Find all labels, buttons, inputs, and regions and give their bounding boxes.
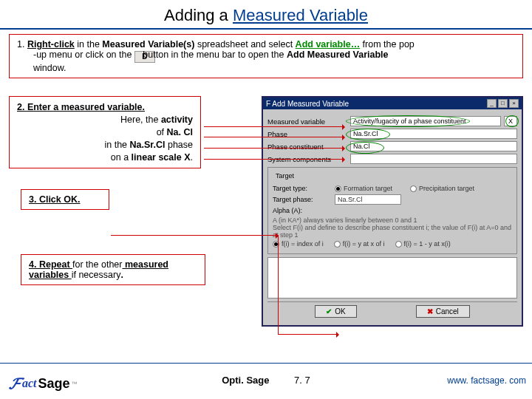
t: on a <box>111 152 132 163</box>
radio-fi-1[interactable]: f(i) = index of i <box>273 240 324 248</box>
step-1-box: 1. Right-click in the Measured Variable(… <box>9 34 523 78</box>
callout-arrow <box>204 126 344 127</box>
step-1-line2: -up menu or click on the button in the m… <box>33 50 515 63</box>
section-number: 7. 7 <box>294 375 310 386</box>
t: Na.Sr.Cl <box>130 140 166 150</box>
t: in the menu bar to open the <box>168 50 287 60</box>
label-measured-variable: Measured variable <box>267 117 347 126</box>
step-2-l5: on a linear scale X. <box>17 151 193 164</box>
label-target-type: Target type: <box>273 185 332 192</box>
t: Add Measured Variable <box>287 50 389 60</box>
t: in the <box>75 39 103 50</box>
t: f(i) = 1 - y at x(i) <box>404 240 451 248</box>
cancel-button[interactable]: ✖Cancel <box>416 305 470 318</box>
t: linear scale X <box>132 152 191 163</box>
radio-formation-target[interactable]: Formation target <box>335 185 392 192</box>
ok-label: OK <box>335 307 345 316</box>
step-2-l2: Here, the activity <box>17 114 193 126</box>
maximize-icon[interactable]: □ <box>498 99 508 108</box>
t: button <box>143 50 168 60</box>
t: phase <box>165 140 193 150</box>
t: Measured Variable(s) <box>102 39 194 50</box>
step-2-l1: 2. Enter a measured variable. <box>17 101 193 114</box>
add-measured-variable-dialog: F Add Measured Variable _ □ × Measured v… <box>262 96 523 327</box>
t: of <box>157 127 167 137</box>
callout-oval <box>346 129 390 140</box>
t: Formation target <box>344 185 392 192</box>
footer-rule <box>0 363 532 364</box>
target-group: Target Target type: Formation target Pre… <box>267 167 517 254</box>
callout-oval <box>505 115 519 127</box>
t: Precipitation target <box>419 185 474 192</box>
title-plain: Adding a <box>164 6 233 24</box>
radio-dot-icon <box>334 241 341 248</box>
radio-dot-icon <box>410 185 417 192</box>
fi-radio-row: f(i) = index of i f(i) = y at x of i f(i… <box>273 240 512 248</box>
step-1-line1: 1. Right-click in the Measured Variable(… <box>17 39 515 50</box>
step-4-box: 4. Repeat for the other measured variabl… <box>21 254 205 285</box>
t: f(i) = y at x of i <box>343 240 385 248</box>
radio-dot-icon <box>395 241 402 248</box>
x-icon: ✖ <box>427 307 433 316</box>
t: 4. Repeat <box>29 259 72 270</box>
dialog-titlebar[interactable]: F Add Measured Variable _ □ × <box>263 98 522 109</box>
preview-list <box>267 257 517 299</box>
callout-arrow <box>111 235 278 236</box>
radio-fi-3[interactable]: f(i) = 1 - y at x(i) <box>395 240 451 248</box>
radio-precipitation-target[interactable]: Precipitation target <box>410 185 474 192</box>
dialog-title-text: F Add Measured Variable <box>266 100 485 108</box>
callout-arrow <box>278 334 338 335</box>
radio-fi-2[interactable]: f(i) = y at x of i <box>334 240 385 248</box>
field-system-components[interactable] <box>350 154 517 164</box>
hint-select-fi: Select F(i) and define to describe phase… <box>273 224 512 239</box>
t: . <box>191 152 193 163</box>
t: if necessary <box>72 270 121 280</box>
t: 1. <box>17 39 27 50</box>
label-phase-constituent: Phase constituent <box>267 143 347 151</box>
step-1-line3: window. <box>33 63 515 73</box>
t: f(i) = index of i <box>282 240 324 248</box>
target-group-title: Target <box>273 172 297 180</box>
t: . <box>120 270 123 280</box>
t: in the <box>104 140 129 150</box>
page-title: Adding a Measured Variable <box>0 0 532 28</box>
cancel-label: Cancel <box>436 307 459 316</box>
step-2-box: 2. Enter a measured variable. Here, the … <box>9 96 201 168</box>
radio-dot-icon <box>335 185 341 192</box>
close-icon[interactable]: × <box>509 99 519 108</box>
dialog-body: Measured variable Activity/fugacity of a… <box>263 109 522 325</box>
row-phase-constituent: Phase constituent Na.Cl <box>267 141 517 151</box>
label-alpha: Alpha (A): <box>273 207 332 214</box>
t: for the other <box>72 259 122 270</box>
t: Na. Cl <box>167 127 193 137</box>
field-target-phase[interactable]: Na.Sr.Cl <box>335 194 401 205</box>
check-icon: ✔ <box>326 307 332 316</box>
dialog-button-row: ✔OK ✖Cancel <box>267 301 517 321</box>
t: Add variable… <box>296 39 361 50</box>
t: Here, the <box>120 115 161 125</box>
product-name: Opti. Sage <box>222 375 269 386</box>
callout-arrow <box>204 148 344 149</box>
ok-button[interactable]: ✔OK <box>315 305 356 318</box>
callout-oval <box>346 142 384 154</box>
row-target-type: Target type: Formation target Precipitat… <box>273 185 512 192</box>
t: Right-click <box>27 39 75 50</box>
t: activity <box>161 115 193 125</box>
callout-oval <box>346 115 470 127</box>
step-3-box: 3. Click OK. <box>21 189 109 210</box>
t: from the pop <box>360 39 415 50</box>
title-rule <box>0 28 532 30</box>
row-alpha: Alpha (A): <box>273 207 512 214</box>
callout-arrow <box>204 159 344 160</box>
minimize-icon[interactable]: _ <box>487 99 497 108</box>
title-underlined: Measured Variable <box>233 6 368 24</box>
callout-arrow <box>204 137 344 137</box>
callout-arrow-segment <box>278 235 279 334</box>
footer-url[interactable]: www. factsage. com <box>447 375 526 386</box>
label-target-phase: Target phase: <box>273 196 332 203</box>
t: 2. Enter a measured variable. <box>17 102 145 112</box>
row-target-phase: Target phase: Na.Sr.Cl <box>273 194 512 205</box>
step-2-l3: of Na. Cl <box>17 126 193 139</box>
step-3-text: 3. Click OK. <box>29 194 80 205</box>
step-2-l4: in the Na.Sr.Cl phase <box>17 139 193 151</box>
